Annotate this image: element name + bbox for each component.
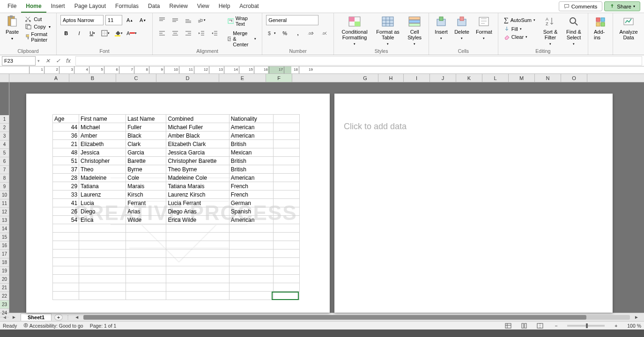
row-header-13[interactable]: 13 [0,216,9,225]
increase-indent-button[interactable] [209,28,220,38]
row-header-4[interactable]: 4 [0,140,9,149]
menu-help[interactable]: Help [214,0,235,13]
row-header-16[interactable]: 16 [0,242,9,250]
clear-button[interactable]: Clear▾ [502,34,537,40]
addins-button[interactable]: Add-ins [592,15,609,41]
data-cell[interactable]: 21 [53,140,79,148]
empty-cell[interactable] [53,283,79,292]
cut-button[interactable]: Cut [23,16,52,22]
data-cell[interactable]: Mexican [229,148,273,157]
font-color-button[interactable]: A▾ [126,28,137,38]
data-cell[interactable]: British [229,157,273,165]
row-header-2[interactable]: 2 [0,124,9,132]
row-header-20[interactable]: 20 [0,275,9,284]
header-cell[interactable]: Combined [166,115,229,123]
row-header-14[interactable]: 14 [0,225,9,233]
empty-cell[interactable] [53,241,79,249]
empty-cell[interactable] [166,283,229,292]
empty-cell[interactable] [166,241,229,249]
row-header-9[interactable]: 9 [0,183,9,191]
empty-cell[interactable] [79,283,126,292]
data-cell[interactable]: Madeleine [79,174,126,182]
data-cell[interactable]: British [229,140,273,148]
data-cell[interactable]: Elizabeth Clark [166,140,229,148]
empty-cell[interactable] [166,275,229,283]
align-bottom-button[interactable] [183,15,194,25]
column-header-F[interactable]: F [266,74,292,82]
data-cell[interactable]: Diego Arias [166,207,229,216]
data-cell[interactable]: Byrne [126,165,166,174]
header-cell[interactable]: Age [53,115,79,123]
empty-cell[interactable] [53,292,79,300]
empty-cell[interactable] [229,233,273,241]
sheet-nav-next[interactable]: ► [9,315,19,320]
empty-cell[interactable] [53,224,79,233]
data-cell[interactable]: Amber Black [166,132,229,140]
format-painter-button[interactable]: Format Painter [23,31,52,43]
hscroll-left[interactable]: ◄ [72,315,81,320]
cancel-formula-button[interactable]: ✕ [43,56,52,66]
align-middle-button[interactable] [170,15,181,25]
italic-button[interactable]: I [74,28,85,38]
empty-cell[interactable] [126,233,166,241]
empty-cell[interactable] [229,292,273,300]
empty-cell[interactable] [79,275,126,283]
empty-cell[interactable] [229,275,273,283]
decrease-font-button[interactable]: A▼ [137,15,148,25]
data-cell[interactable]: Kirsch [126,190,166,199]
formula-input[interactable] [75,56,642,66]
borders-button[interactable]: ▾ [100,28,111,38]
data-cell[interactable]: German [229,199,273,207]
row-header-10[interactable]: 10 [0,191,9,199]
column-header-G[interactable]: G [352,74,378,82]
empty-cell[interactable] [229,249,273,258]
empty-cell[interactable] [79,258,126,266]
row-header-15[interactable]: 15 [0,233,9,242]
data-cell[interactable]: Barette [126,157,166,165]
column-header-H[interactable]: H [378,74,404,82]
align-top-button[interactable] [156,15,168,25]
data-cell[interactable]: American [229,174,273,182]
empty-cell[interactable] [126,241,166,249]
data-cell[interactable]: Erica Wilde [166,216,229,224]
data-cell[interactable]: Michael [79,123,126,132]
zoom-out-button[interactable]: − [551,322,561,329]
data-cell[interactable]: Michael Fuller [166,123,229,132]
empty-cell[interactable] [126,224,166,233]
column-header-J[interactable]: J [430,74,456,82]
data-cell[interactable]: Tatiana Marais [166,182,229,190]
row-header-22[interactable]: 22 [0,292,9,300]
data-cell[interactable]: Fuller [126,123,166,132]
empty-cell[interactable] [126,275,166,283]
fill-color-button[interactable]: ▾ [113,28,124,38]
empty-cell[interactable] [273,224,299,233]
comments-button[interactable]: Comments [559,1,603,11]
column-header-B[interactable]: B [69,74,116,82]
data-cell[interactable]: 37 [53,165,79,174]
data-cell[interactable]: Ferrant [126,199,166,207]
data-cell[interactable]: Clark [126,140,166,148]
row-header-6[interactable]: 6 [0,157,9,166]
data-cell[interactable]: Lucia [79,199,126,207]
align-left-button[interactable] [156,28,168,38]
data-cell[interactable]: 41 [53,199,79,207]
data-cell[interactable]: 54 [53,216,79,224]
data-cell[interactable]: Arias [126,207,166,216]
fill-button[interactable]: Fill▾ [502,26,537,32]
empty-cell[interactable] [166,233,229,241]
row-header-21[interactable]: 21 [0,284,9,292]
data-cell[interactable]: 26 [53,207,79,216]
row-header-18[interactable]: 18 [0,258,9,267]
header-cell[interactable]: Nationality [229,115,273,123]
delete-cells-button[interactable]: Delete▾ [452,15,471,41]
data-cell[interactable]: Wilde [126,216,166,224]
data-cell[interactable]: Theo Byrne [166,165,229,174]
format-as-table-button[interactable]: Format as Table▾ [374,15,401,47]
row-header-7[interactable]: 7 [0,166,9,174]
empty-cell[interactable] [273,292,299,300]
paste-button[interactable]: Paste▾ [4,15,21,42]
data-cell[interactable]: Spanish [229,207,273,216]
data-cell[interactable]: 51 [53,157,79,165]
empty-cell[interactable] [273,283,299,292]
add-sheet-button[interactable]: + [54,314,63,321]
